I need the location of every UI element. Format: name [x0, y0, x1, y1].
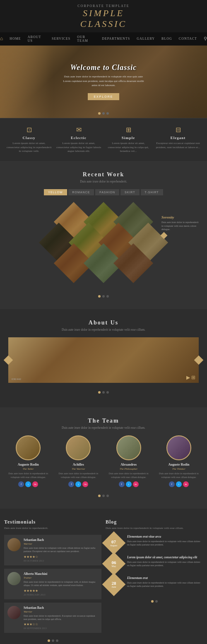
nav-team[interactable]: OUR TEAM — [74, 35, 99, 43]
blog-subtitle: Duis aute irure dolor in reprehenderit i… — [106, 526, 203, 530]
testimonial-stars-3: ★★★☆☆ — [24, 622, 98, 626]
blog-month-1: August — [110, 544, 117, 546]
team-pagination — [4, 491, 203, 500]
team-member-1: Auguste Rodin The Taller Duis aute irure… — [5, 435, 51, 487]
twitter-icon-3[interactable]: t — [126, 481, 132, 487]
gallery-pagination — [4, 292, 203, 301]
facebook-icon-2[interactable]: f — [68, 481, 74, 487]
testimonial-3: Sebastian Bach Warrior Duis aute irure d… — [4, 603, 101, 633]
team-avatar-2 — [66, 435, 91, 460]
gallery-dot-3[interactable] — [106, 295, 109, 298]
search-icon[interactable]: ⚲ — [204, 36, 207, 41]
facebook-icon-3[interactable]: f — [119, 481, 125, 487]
feature-simple-title: Simple — [106, 136, 151, 140]
team-member-3: Alexandros The Philosopher Duis aute iru… — [106, 435, 152, 487]
gallery-dot-2[interactable] — [102, 295, 105, 298]
about-pagination — [8, 388, 199, 397]
facebook-icon-4[interactable]: f — [169, 481, 175, 487]
filter-tshirt[interactable]: T-shirt — [141, 189, 163, 195]
filter-romance[interactable]: Romance — [68, 189, 94, 195]
serenity-title: Serenity — [161, 215, 199, 219]
nav-services[interactable]: SERVICES — [48, 37, 74, 41]
team-member-4: Auguste Rodin The Thinker Duis aute irur… — [156, 435, 202, 487]
feature-classy-title: Classy — [6, 136, 52, 140]
filter-skirt[interactable]: Skirt — [120, 189, 140, 195]
filter-fashion[interactable]: Fashion — [95, 189, 119, 195]
about-slider-container: 030/442 ▶ ⊞ — [8, 337, 199, 383]
classy-icon: ⊡ — [6, 126, 52, 134]
test-dot-3[interactable] — [56, 639, 58, 642]
play-button[interactable]: ▶ ⊞ — [186, 375, 195, 381]
blog-day-2: 06 — [112, 560, 116, 565]
twitter-icon-2[interactable]: t — [75, 481, 81, 487]
team-name-3: Alexandros — [106, 463, 152, 466]
blog-post-2: 06 May Lorem ipsum dolor sit amet, conse… — [106, 555, 203, 572]
nav-departments[interactable]: DEPARTMENTS — [99, 37, 133, 41]
about-slider: 030/442 ▶ ⊞ — [8, 337, 199, 383]
hero-dot-3[interactable] — [106, 112, 109, 115]
instagram-icon-4[interactable]: in — [183, 481, 189, 487]
gallery-dot-1[interactable] — [98, 295, 101, 298]
nav-about[interactable]: ABOUT US — [24, 35, 48, 43]
test-dot-1[interactable] — [48, 639, 50, 642]
blog-post-3: 28 June Elementum erat Duis aute irure d… — [106, 576, 203, 593]
team-dot-1[interactable] — [98, 495, 101, 497]
hero-dot-1[interactable] — [98, 112, 101, 115]
explore-button[interactable]: EXPLORE — [88, 93, 119, 100]
team-dot-2[interactable] — [102, 495, 105, 497]
instagram-icon-1[interactable]: in — [32, 481, 38, 487]
home-icon[interactable]: ⌂ — [0, 36, 3, 42]
instagram-icon-3[interactable]: in — [133, 481, 139, 487]
feature-simple: ⊞ Simple Lorem ipsum dolor sit amet, con… — [104, 126, 153, 154]
blog-post-1: 07 August Elementum erat vitae arcu Duis… — [106, 535, 203, 551]
blog-dot-2[interactable] — [155, 600, 158, 603]
about-dot-1[interactable] — [98, 391, 101, 394]
blog-day-1: 07 — [110, 539, 117, 544]
nav-gallery[interactable]: GALLERY — [133, 37, 158, 41]
testimonial-text-1: Duis aute irure dolor in voluptate velit… — [24, 546, 98, 553]
team-dot-3[interactable] — [106, 495, 109, 497]
blog-day-3: 28 — [112, 581, 116, 585]
about-image — [8, 337, 199, 383]
twitter-icon-4[interactable]: t — [176, 481, 182, 487]
team-name-4: Auguste Rodin — [156, 463, 202, 466]
recent-work-subtitle: Duis aute irure dolor in reprehenderit. — [4, 180, 203, 183]
blog-column: Blog Duis aute irure dolor in reprehende… — [106, 519, 203, 644]
instagram-icon-2[interactable]: in — [82, 481, 88, 487]
blog-dot-1[interactable] — [151, 600, 154, 603]
feature-eclectic-desc: Lorem ipsum dolor sit amet, consectetur … — [56, 142, 101, 154]
hero-dot-2[interactable] — [102, 112, 105, 115]
hero-subtitle: Duis aute irure dolor in reprehenderit i… — [62, 74, 145, 88]
testimonial-avatar-2 — [7, 572, 21, 585]
testimonial-content-1: Sebastian Bach Warrior Duis aute irure d… — [24, 538, 98, 562]
feature-classy-desc: Lorem ipsum dolor sit amet, consectetur … — [6, 142, 52, 154]
test-dot-2[interactable] — [52, 639, 54, 642]
hero-title: Welcome to Classic — [62, 63, 145, 72]
testimonials-pagination — [4, 636, 101, 644]
testimonial-name-1: Sebastian Bach — [24, 538, 98, 542]
nav-home[interactable]: HOME — [6, 37, 24, 41]
testimonial-content-3: Sebastian Bach Warrior Duis aute irure d… — [24, 606, 98, 630]
testimonial-role-3: Warrior — [24, 610, 98, 613]
header: CORPORATE TEMPLATE SIMPLECLASSIC — [0, 0, 207, 32]
blog-text-3: Elementum erat Duis aute irure dolor in … — [127, 576, 203, 593]
nav-blog[interactable]: BLOG — [158, 37, 176, 41]
nav-contact[interactable]: CONTACT — [176, 37, 200, 41]
team-role-2: The Warrior — [55, 467, 101, 470]
recent-work-title: Recent Work — [4, 171, 203, 178]
filter-yellow[interactable]: Yellow — [44, 189, 67, 195]
twitter-icon-1[interactable]: t — [25, 481, 31, 487]
serenity-label: Serenity Duis aute irure dolor in repreh… — [161, 215, 199, 238]
testimonial-stars-1: ★★★★☆ — [24, 555, 98, 559]
testimonial-avatar-1 — [7, 538, 21, 551]
blog-text-2: Lorem ipsum dolor sit amet, consectetur … — [127, 555, 203, 572]
elegant-icon: ⊟ — [155, 126, 201, 134]
testimonials-column: Testimonials Duis aute irure dolor in re… — [4, 519, 101, 644]
hero-section: Welcome to Classic Duis aute irure dolor… — [0, 46, 207, 118]
about-dot-2[interactable] — [102, 391, 105, 394]
team-avatar-1 — [16, 435, 41, 460]
site-title: SIMPLECLASSIC — [0, 8, 207, 30]
about-dot-3[interactable] — [106, 391, 109, 394]
testimonial-role-1: Warrior — [24, 542, 98, 545]
facebook-icon-1[interactable]: f — [18, 481, 24, 487]
